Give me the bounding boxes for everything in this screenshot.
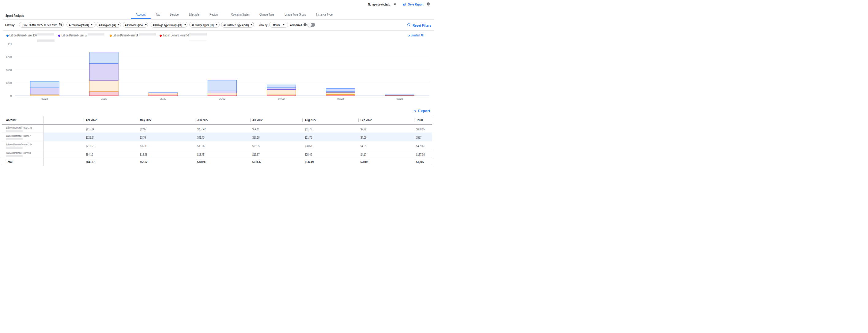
svg-text:05/22: 05/22 <box>160 97 166 100</box>
svg-text:08/22: 08/22 <box>337 97 344 100</box>
svg-text:$250: $250 <box>6 81 12 85</box>
svg-text:03/22: 03/22 <box>41 97 48 100</box>
svg-text:04/22: 04/22 <box>100 97 107 100</box>
svg-text:$500: $500 <box>6 68 12 72</box>
svg-text:07/22: 07/22 <box>278 97 284 100</box>
svg-text:$1k: $1k <box>8 42 12 45</box>
svg-text:06/22: 06/22 <box>219 97 225 100</box>
svg-text:$750: $750 <box>6 55 12 59</box>
svg-text:0: 0 <box>10 94 12 97</box>
svg-text:09/22: 09/22 <box>396 97 403 100</box>
